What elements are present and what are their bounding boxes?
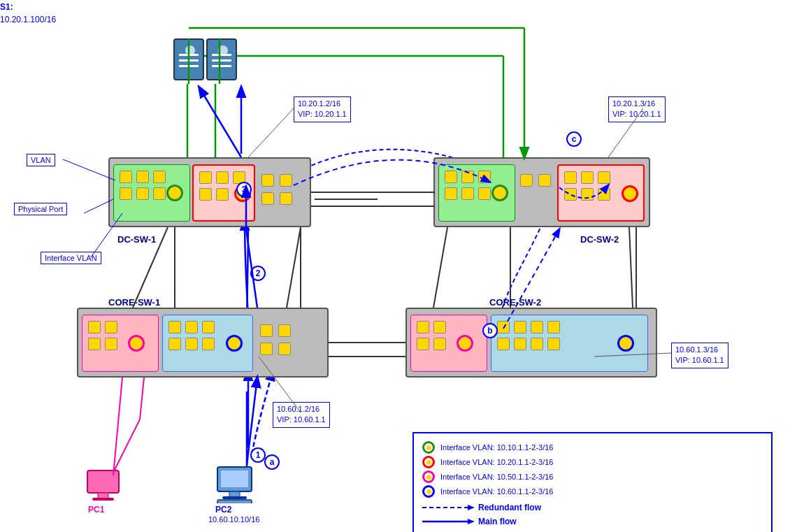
server-2 xyxy=(206,38,237,80)
main-arrow-svg xyxy=(422,516,478,527)
svg-line-32 xyxy=(248,108,294,157)
main-flow-label: Main flow xyxy=(478,517,517,526)
server-1 xyxy=(173,38,204,80)
core-sw1-blue-group xyxy=(162,315,253,372)
core-sw2-blue-indicator xyxy=(617,335,634,352)
svg-rect-17 xyxy=(98,493,108,498)
dc-sw2-green-group xyxy=(438,164,515,222)
svg-rect-21 xyxy=(221,470,248,487)
svg-rect-24 xyxy=(217,500,252,503)
pc2-icon xyxy=(215,465,254,506)
legend-circle-blue xyxy=(422,485,435,498)
pc1-label: PC1 xyxy=(88,505,104,515)
step-3-circle: 3 xyxy=(236,182,252,197)
svg-line-44 xyxy=(113,378,122,475)
svg-rect-22 xyxy=(229,491,240,497)
core-sw2-blue-group xyxy=(491,315,648,372)
dc-sw1-green-indicator xyxy=(166,185,183,201)
dc-sw2-green-indicator xyxy=(491,185,508,201)
core-sw1-ip-box: 10.60.1.2/16 VIP: 10.60.1.1 xyxy=(273,402,330,428)
core-sw2-box xyxy=(405,308,657,378)
dc-sw2-box xyxy=(433,157,650,227)
legend-item-green: Interface VLAN: 10.10.1.1-2-3/16 xyxy=(422,441,763,454)
legend-circle-pink xyxy=(422,470,435,483)
pc2-ip: 10.60.10.10/16 xyxy=(208,515,259,524)
legend-main-row: Main flow xyxy=(422,516,763,527)
svg-marker-28 xyxy=(468,519,475,524)
legend-box: Interface VLAN: 10.10.1.1-2-3/16 Interfa… xyxy=(412,432,773,532)
dc-sw1-label: DC-SW-1 xyxy=(117,234,156,245)
svg-rect-23 xyxy=(222,496,247,499)
redundant-arrow-svg xyxy=(422,502,478,513)
core-sw2-pink-group xyxy=(410,315,487,372)
dc-sw2-plain-ports xyxy=(519,173,552,191)
dc-sw2-ip-box: 10.20.1.3/16 VIP: 10.20.1.1 xyxy=(608,96,666,122)
dc-sw2-red-group xyxy=(557,164,645,222)
svg-line-48 xyxy=(287,227,301,308)
redundant-flow-label: Redundant flow xyxy=(478,503,541,512)
core-sw2-label: CORE-SW-2 xyxy=(489,297,541,308)
step-2-circle: 2 xyxy=(250,266,266,281)
svg-marker-26 xyxy=(468,505,475,510)
legend-circle-red xyxy=(422,456,435,468)
dc-sw1-plain-ports xyxy=(260,173,294,209)
vlan-annotation: VLAN xyxy=(27,154,55,166)
pc1-icon xyxy=(84,467,122,508)
legend-item-blue: Interface VLAN: 10.60.1.1-2-3/16 xyxy=(422,485,763,498)
svg-line-40 xyxy=(199,87,241,157)
legend-redundant-row: Redundant flow xyxy=(422,502,763,513)
svg-rect-16 xyxy=(87,470,119,493)
step-1-circle: 1 xyxy=(250,447,266,463)
legend-item-red: Interface VLAN: 10.20.1.1-2-3/16 xyxy=(422,456,763,468)
core-sw2-pink-indicator xyxy=(457,335,473,352)
core-sw1-plain-ports xyxy=(259,323,292,359)
svg-line-50 xyxy=(629,227,633,308)
network-diagram: S1: 10.20.1.100/16 xyxy=(0,0,797,532)
core-sw2-ip-box: 10.60.1.3/16 VIP: 10.60.1.1 xyxy=(671,343,728,368)
step-a-circle: a xyxy=(264,454,280,470)
core-sw1-pink-indicator xyxy=(128,335,145,352)
physical-port-annotation: Physical Port xyxy=(14,203,67,215)
server-label: S1: 10.20.1.100/16 xyxy=(0,0,56,25)
core-sw1-pink-group xyxy=(82,315,159,372)
dc-sw2-red-indicator xyxy=(622,185,638,202)
core-sw1-blue-indicator xyxy=(226,335,243,352)
core-sw1-label: CORE-SW-1 xyxy=(108,297,160,308)
legend-item-pink: Interface VLAN: 10.50.1.1-2-3/16 xyxy=(422,470,763,483)
legend-circle-green xyxy=(422,441,435,454)
dc-sw1-box xyxy=(108,157,311,227)
dc-sw1-ip-box: 10.20.1.2/16 VIP: 10.20.1.1 xyxy=(294,96,351,122)
dc-sw2-label: DC-SW-2 xyxy=(580,234,619,245)
core-sw1-box xyxy=(77,308,329,378)
dc-sw1-green-group xyxy=(113,164,190,222)
svg-line-29 xyxy=(63,159,115,180)
svg-rect-18 xyxy=(92,498,114,501)
step-c-circle: c xyxy=(566,131,582,147)
pc2-label: PC2 xyxy=(215,505,231,515)
step-b-circle: b xyxy=(482,323,498,338)
interface-vlan-annotation: Interface VLAN xyxy=(41,252,101,264)
svg-line-49 xyxy=(433,227,447,308)
